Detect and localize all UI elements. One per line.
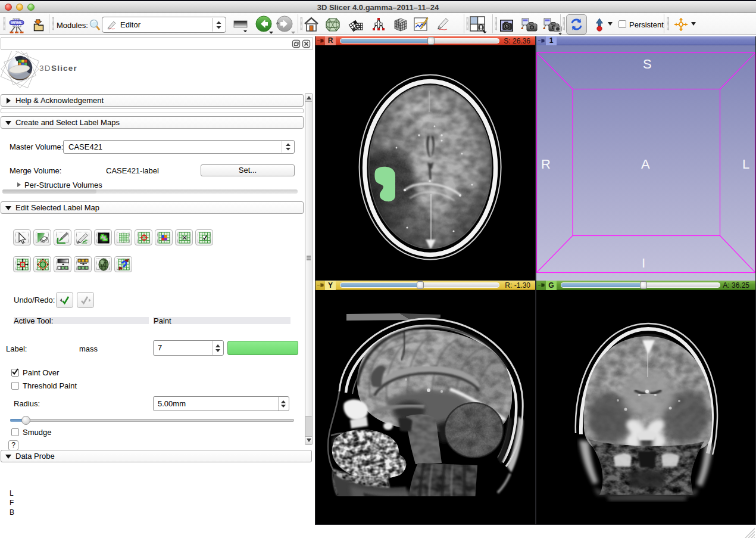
svg-text:3D: 3D [39, 64, 51, 73]
svg-text:L: L [742, 157, 749, 172]
svg-text:Slicer: Slicer [51, 64, 77, 73]
svg-text:R: R [541, 157, 551, 172]
svg-text:S: S [643, 57, 652, 71]
svg-text:A: A [641, 157, 650, 172]
svg-text:I: I [642, 256, 645, 270]
svg-text:MRML: MRML [11, 20, 23, 24]
